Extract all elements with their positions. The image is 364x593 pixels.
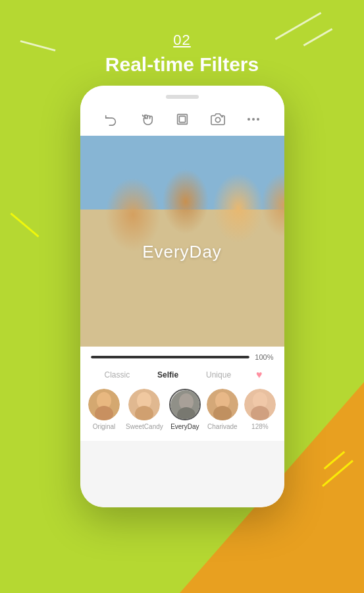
progress-track <box>91 356 250 358</box>
page-title: Real-time Filters <box>0 53 364 76</box>
filter-tabs: Classic Selfie Unique ♥ <box>80 365 284 383</box>
tab-selfie[interactable]: Selfie <box>155 369 181 381</box>
filter-sweet-candy[interactable]: SweetCandy <box>126 389 163 430</box>
filter-charivade-img <box>207 389 238 420</box>
gesture-icon[interactable] <box>138 111 155 128</box>
camera-preview: EveryDay <box>80 136 284 347</box>
filter-charivade-label: Charivade <box>207 423 238 430</box>
tab-unique[interactable]: Unique <box>203 369 234 381</box>
filter-original-label: Original <box>93 423 115 430</box>
dot-2 <box>252 118 255 121</box>
tab-classic[interactable]: Classic <box>101 369 132 381</box>
svg-rect-2 <box>179 116 185 122</box>
svg-rect-16 <box>118 200 134 204</box>
svg-point-14 <box>237 181 266 215</box>
progress-area: 100% <box>80 347 284 365</box>
app-toolbar <box>80 86 284 136</box>
svg-point-15 <box>241 175 262 199</box>
svg-line-18 <box>100 261 140 307</box>
dot-1 <box>247 118 250 121</box>
filter-128[interactable]: 128% <box>244 389 276 430</box>
dot-3 <box>257 118 259 121</box>
filter-128-img <box>244 389 276 420</box>
more-icon[interactable] <box>245 111 262 128</box>
svg-rect-6 <box>80 188 146 281</box>
filter-everyday-label: EveryDay <box>170 423 199 430</box>
svg-point-10 <box>153 177 185 213</box>
favorites-heart-icon[interactable]: ♥ <box>256 369 263 381</box>
filter-everyday-img <box>169 389 201 420</box>
filter-128-label: 128% <box>251 423 269 430</box>
filter-everyday[interactable]: EveryDay <box>169 389 201 430</box>
svg-rect-7 <box>140 175 192 281</box>
undo-icon[interactable] <box>103 111 120 128</box>
filter-circles: Original SweetCandy <box>80 383 284 441</box>
filter-sweet-img <box>128 389 160 420</box>
filter-charivade[interactable]: Charivade <box>207 389 238 430</box>
svg-point-8 <box>112 191 141 225</box>
svg-point-13 <box>201 179 222 203</box>
step-number: 02 <box>0 32 364 49</box>
header: 02 Real-time Filters <box>0 0 364 76</box>
filter-original[interactable]: Original <box>88 389 120 430</box>
layers-icon[interactable] <box>174 111 191 128</box>
photo-simulation: EveryDay <box>80 136 284 347</box>
phone-speaker <box>166 95 199 99</box>
svg-point-11 <box>158 172 180 197</box>
filter-original-img <box>88 389 120 420</box>
svg-rect-5 <box>80 268 284 347</box>
phone-mockup: EveryDay 100% Classic Selfie Unique ♥ <box>80 86 284 507</box>
camera-icon[interactable] <box>209 111 226 128</box>
progress-label: 100% <box>255 353 273 361</box>
svg-point-12 <box>197 184 226 219</box>
phone-body: EveryDay 100% Classic Selfie Unique ♥ <box>80 86 284 507</box>
phone-screen: EveryDay 100% Classic Selfie Unique ♥ <box>80 86 284 507</box>
filter-overlay-label: EveryDay <box>142 242 222 262</box>
progress-fill <box>91 356 250 358</box>
svg-point-3 <box>215 117 220 122</box>
svg-point-9 <box>116 186 137 210</box>
svg-rect-4 <box>80 136 284 347</box>
filter-sweet-label: SweetCandy <box>126 423 163 430</box>
